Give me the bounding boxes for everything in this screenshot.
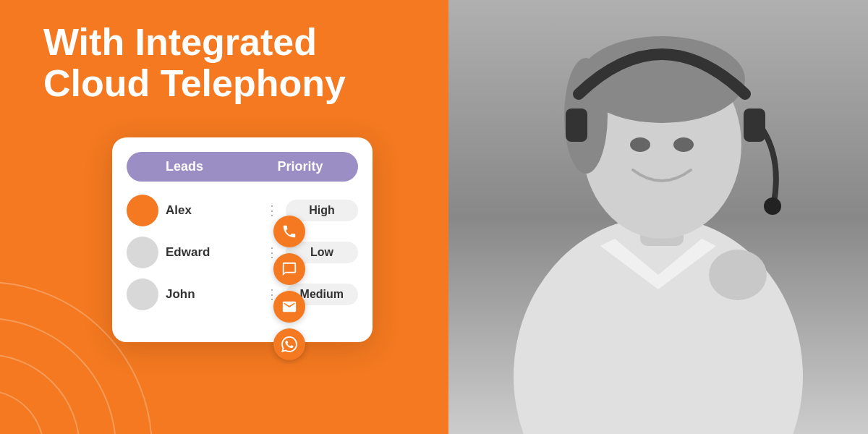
- header-priority: Priority: [242, 159, 358, 174]
- header-leads: Leads: [127, 159, 242, 174]
- crm-card: Leads Priority Alex ⋮ High Edward ⋮ Low …: [112, 137, 373, 342]
- person-svg: [448, 0, 868, 434]
- svg-point-14: [709, 250, 767, 300]
- table-row: John ⋮ Medium: [127, 278, 358, 310]
- action-icons-container: [273, 216, 305, 360]
- svg-point-4: [514, 217, 803, 434]
- avatar: [127, 278, 158, 310]
- lead-name: John: [166, 287, 265, 302]
- svg-rect-11: [566, 109, 587, 142]
- table-row: Alex ⋮ High: [127, 195, 358, 226]
- email-icon[interactable]: [273, 291, 305, 323]
- sms-icon[interactable]: [273, 253, 305, 285]
- avatar: [127, 195, 158, 226]
- lead-name: Alex: [166, 203, 265, 218]
- table-row: Edward ⋮ Low: [127, 237, 358, 268]
- person-photo: [448, 0, 868, 434]
- svg-point-2: [0, 318, 116, 434]
- svg-point-1: [0, 354, 80, 434]
- title-line1: With Integrated: [43, 22, 346, 63]
- svg-point-13: [764, 197, 781, 215]
- svg-point-0: [0, 391, 43, 434]
- table-header: Leads Priority: [127, 152, 358, 182]
- avatar: [127, 237, 158, 268]
- call-icon[interactable]: [273, 216, 305, 247]
- title-area: With Integrated Cloud Telephony: [43, 22, 346, 104]
- lead-name: Edward: [166, 245, 265, 260]
- svg-point-9: [630, 137, 650, 152]
- svg-rect-12: [744, 109, 765, 142]
- svg-point-10: [673, 137, 694, 152]
- title-line2: Cloud Telephony: [43, 63, 346, 104]
- whatsapp-icon[interactable]: [273, 328, 305, 360]
